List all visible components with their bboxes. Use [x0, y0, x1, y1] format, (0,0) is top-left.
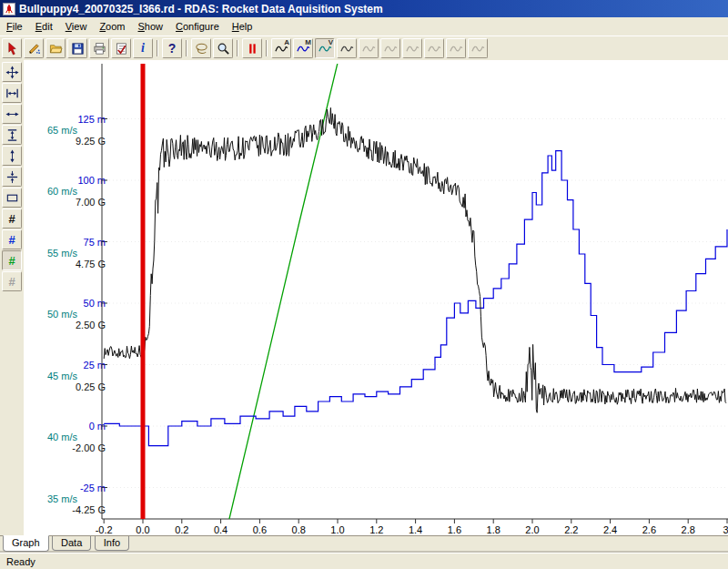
altitude-graph-button[interactable]: M [293, 38, 313, 58]
scroll-vertical-button[interactable] [2, 146, 22, 166]
x-axis-label: 2.0 [525, 524, 539, 535]
x-axis-label: 1.6 [448, 524, 461, 535]
grid-altitude-button[interactable]: # [2, 229, 22, 249]
zoom-region-button[interactable] [2, 188, 22, 208]
zoom-reset-icon [5, 66, 19, 79]
verify-data-button[interactable] [111, 38, 131, 58]
velocity-graph-button[interactable]: V [315, 38, 335, 58]
menu-help[interactable]: Help [226, 18, 259, 35]
open-folder-icon [49, 42, 63, 56]
x-axis-label: 3. [723, 524, 728, 535]
info-icon: i [141, 42, 145, 55]
wave-button-10[interactable] [468, 38, 488, 58]
altitude-axis-label: 125 m [77, 114, 106, 125]
app-rocket-icon [3, 3, 15, 15]
magnifier-icon [217, 42, 230, 56]
scroll-vertical-icon [5, 149, 19, 163]
fit-vertical-button[interactable] [2, 125, 22, 145]
print-button[interactable] [89, 38, 109, 58]
wave-button-4[interactable] [337, 38, 357, 58]
x-axis-label: 1.4 [409, 524, 422, 535]
window-title: Bullpuppy4_20070325_I366.rd - RDAS: Rock… [19, 3, 383, 15]
help-icon: ? [168, 42, 177, 55]
grid-icon: # [8, 234, 15, 246]
wave-button-5[interactable] [359, 38, 379, 58]
event-markers-button[interactable] [242, 38, 262, 58]
acceleration-axis-label: 4.75 G [76, 259, 106, 269]
toolbar-separator [157, 40, 158, 56]
toolbar-separator [186, 40, 187, 56]
fit-horizontal-button[interactable] [2, 83, 22, 103]
statusbar: Ready [0, 553, 728, 569]
menu-show[interactable]: Show [132, 18, 170, 35]
x-axis-label: 0.0 [136, 524, 149, 535]
wave-button-8[interactable] [424, 38, 444, 58]
menu-zoom[interactable]: Zoom [93, 18, 131, 35]
wave-button-7[interactable] [402, 38, 422, 58]
zoom-region-icon [5, 191, 19, 205]
menu-file[interactable]: File [0, 18, 29, 35]
tab-graph[interactable]: Graph [3, 535, 49, 552]
pen-tool-button[interactable] [24, 38, 44, 58]
grid-icon: # [8, 255, 15, 267]
info-button[interactable]: i [133, 38, 153, 58]
x-axis-label: 2.8 [682, 524, 695, 535]
grid-icon: # [8, 276, 15, 288]
menu-view[interactable]: View [59, 18, 94, 35]
x-axis-label: 1.0 [330, 524, 344, 535]
grid-button-group: #### [2, 208, 22, 292]
help-button[interactable]: ? [162, 38, 182, 58]
save-file-button[interactable] [67, 38, 87, 58]
zoom-tool-button[interactable] [213, 38, 233, 58]
velocity-axis-label: 50 m/s [47, 309, 78, 320]
app-window: Bullpuppy4_20070325_I366.rd - RDAS: Rock… [0, 0, 728, 569]
grid-off-button[interactable]: # [2, 271, 22, 291]
acceleration-axis-label: 9.25 G [76, 136, 106, 147]
menu-edit[interactable]: Edit [29, 18, 59, 35]
graph-canvas[interactable]: 125 m65 m/s9.25 G100 m60 m/s7.00 G75 m55… [24, 60, 728, 535]
scroll-horizontal-icon [5, 107, 19, 121]
lasso-icon [195, 42, 208, 56]
toolbar: i ? AMV [0, 36, 728, 60]
pointer-tool-button[interactable] [2, 38, 22, 58]
wave-button-6[interactable] [380, 38, 400, 58]
velocity-axis-label: 35 m/s [47, 493, 78, 504]
compress-vertical-button[interactable] [2, 167, 22, 187]
x-axis-label: 2.6 [642, 524, 656, 535]
grid-velocity-button[interactable]: # [2, 250, 22, 270]
grid-acceleration-button[interactable]: # [2, 208, 22, 229]
acceleration-axis-label: -2.00 G [72, 442, 106, 453]
altitude-axis-label: 0 m [89, 421, 106, 432]
x-axis-label: 0.8 [292, 524, 306, 535]
velocity-axis-label: 40 m/s [47, 432, 78, 442]
tab-info[interactable]: Info [95, 536, 129, 551]
acceleration-axis-label: 2.50 G [76, 320, 106, 330]
wave-button-group: AMV [270, 38, 489, 58]
grid-icon: # [8, 213, 15, 225]
tabbar: Graph Data Info [0, 535, 728, 553]
acceleration-graph-button[interactable]: A [271, 38, 291, 58]
pointer-tool-icon [5, 42, 19, 56]
tab-data[interactable]: Data [52, 536, 91, 551]
waveform-icon [471, 42, 485, 56]
wave-button-9[interactable] [446, 38, 466, 58]
waveform-icon [406, 42, 420, 56]
event-markers-icon [246, 42, 259, 56]
menu-configure[interactable]: Configure [169, 18, 226, 35]
x-axis-label: -0.2 [96, 524, 113, 535]
waveform-icon [340, 42, 354, 56]
lasso-select-button[interactable] [191, 38, 211, 58]
x-axis-label: 0.2 [175, 524, 188, 535]
scroll-horizontal-button[interactable] [2, 104, 22, 124]
chart-area: 125 m65 m/s9.25 G100 m60 m/s7.00 G75 m55… [24, 60, 728, 535]
waveform-icon [384, 42, 398, 56]
fit-vertical-icon [5, 128, 19, 142]
open-file-button[interactable] [46, 38, 66, 58]
x-axis-label: 1.2 [369, 524, 383, 535]
zoom-reset-button[interactable] [2, 62, 22, 82]
fit-horizontal-icon [5, 86, 19, 100]
acceleration-axis-label: 0.25 G [76, 381, 106, 392]
toolbar-separator [266, 40, 268, 56]
x-axis-label: 0.6 [253, 524, 267, 535]
titlebar[interactable]: Bullpuppy4_20070325_I366.rd - RDAS: Rock… [0, 0, 728, 17]
